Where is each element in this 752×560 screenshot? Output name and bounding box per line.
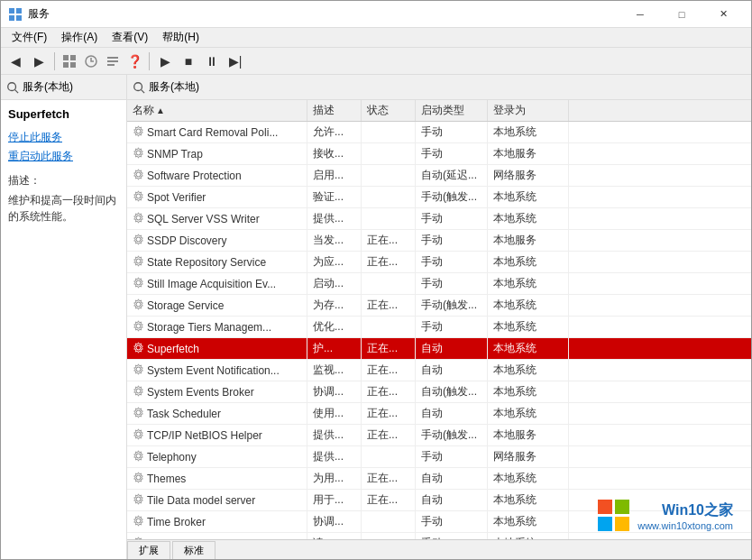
service-rows-container: Smart Card Removal Poli...允许...手动本地系统SNM…	[127, 122, 751, 539]
toolbar-forward-btn[interactable]: ▶	[28, 50, 50, 72]
col-header-startup[interactable]: 启动类型	[416, 100, 488, 121]
stop-service-link[interactable]: 停止此服务	[8, 130, 119, 145]
menu-item-action[interactable]: 操作(A)	[54, 28, 105, 47]
table-row[interactable]: SQL Server VSS Writer提供...手动本地系统	[127, 208, 751, 230]
service-desc-cell: 为用...	[307, 468, 362, 489]
service-desc-cell: 接收...	[307, 143, 362, 164]
service-name-cell: TokenBroker	[127, 533, 307, 539]
service-name-cell: SSDP Discovery	[127, 230, 307, 251]
table-row[interactable]: Spot Verifier验证...手动(触发...本地系统	[127, 187, 751, 208]
service-startup-cell: 手动	[416, 122, 488, 142]
service-name-cell: Tile Data model server	[127, 490, 307, 510]
maximize-button[interactable]: □	[661, 1, 702, 28]
sort-arrow: ▲	[156, 106, 165, 115]
service-name-cell: Storage Tiers Managem...	[127, 317, 307, 337]
toolbar-btn-2[interactable]	[81, 51, 101, 71]
table-row[interactable]: SNMP Trap接收...手动本地服务	[127, 143, 751, 165]
table-row[interactable]: TCP/IP NetBIOS Helper提供...正在...手动(触发...本…	[127, 425, 751, 446]
col-header-name[interactable]: 名称 ▲	[127, 100, 307, 121]
table-row[interactable]: Themes为用...正在...自动本地系统	[127, 468, 751, 490]
svg-point-34	[136, 519, 141, 523]
minimize-button[interactable]: ─	[619, 1, 661, 28]
table-row[interactable]: SSDP Discovery当发...正在...手动本地服务	[127, 230, 751, 252]
service-name-text: Tile Data model server	[147, 494, 255, 507]
service-status-cell	[362, 446, 416, 467]
table-row[interactable]: Still Image Acquisition Ev...启动...手动本地系统	[127, 273, 751, 295]
svg-rect-4	[63, 55, 69, 60]
toolbar-stop-btn[interactable]: ■	[178, 50, 199, 72]
service-startup-cell: 手动	[416, 317, 488, 337]
service-name-cell: Software Protection	[127, 165, 307, 186]
close-button[interactable]: ✕	[702, 1, 744, 28]
toolbar-pause-btn[interactable]: ⏸	[201, 50, 223, 72]
svg-point-23	[136, 280, 141, 285]
tab-standard[interactable]: 标准	[172, 541, 216, 559]
service-status-cell: 正在...	[362, 360, 416, 381]
toolbar-btn-4[interactable]: ❓	[124, 51, 144, 71]
toolbar-back-btn[interactable]: ◀	[5, 50, 26, 72]
service-name-text: System Event Notification...	[147, 364, 280, 377]
table-row[interactable]: Storage Tiers Managem...优化...手动本地系统	[127, 317, 751, 338]
menu-item-help[interactable]: 帮助(H)	[155, 28, 206, 47]
service-gear-icon	[133, 169, 144, 183]
service-name-cell: Task Scheduler	[127, 403, 307, 424]
toolbar-btn-1[interactable]	[60, 51, 79, 71]
toolbar-resume-btn[interactable]: ▶|	[225, 50, 246, 72]
menu-item-file[interactable]: 文件(F)	[5, 28, 54, 47]
col-header-login[interactable]: 登录为	[488, 100, 569, 121]
right-panel-title: 服务(本地)	[149, 79, 199, 95]
svg-point-30	[136, 432, 141, 436]
service-status-cell	[362, 165, 416, 186]
table-row[interactable]: TokenBroker读...手动本地系统	[127, 533, 751, 539]
service-login-cell: 本地系统	[488, 187, 569, 207]
col-header-desc[interactable]: 描述	[307, 100, 362, 121]
service-startup-cell: 手动	[416, 230, 488, 251]
table-row[interactable]: State Repository Service为应...正在...手动本地系统	[127, 252, 751, 273]
table-row[interactable]: Software Protection启用...自动(延迟...网络服务	[127, 165, 751, 187]
svg-point-16	[136, 129, 141, 133]
toolbar-btn-3[interactable]	[103, 51, 123, 71]
toolbar-play-btn[interactable]: ▶	[154, 50, 176, 72]
watermark-title: Win10之家	[637, 501, 733, 520]
service-desc-cell: 为应...	[307, 252, 362, 272]
service-login-cell: 本地服务	[488, 143, 569, 164]
service-name-text: Still Image Acquisition Ev...	[147, 278, 276, 290]
service-name-text: Telephony	[147, 451, 197, 464]
service-desc-cell: 协调...	[307, 511, 362, 532]
service-gear-icon	[133, 450, 144, 464]
service-status-cell: 正在...	[362, 490, 416, 510]
table-row[interactable]: System Events Broker协调...正在...自动(触发...本地…	[127, 381, 751, 403]
svg-rect-37	[615, 500, 629, 514]
table-row[interactable]: Telephony提供...手动网络服务	[127, 446, 751, 468]
tab-extended[interactable]: 扩展	[127, 541, 170, 559]
svg-line-15	[142, 89, 145, 93]
service-status-cell	[362, 208, 416, 229]
menu-item-view[interactable]: 查看(V)	[105, 28, 155, 47]
service-name-cell: SQL Server VSS Writer	[127, 208, 307, 229]
table-row[interactable]: Smart Card Removal Poli...允许...手动本地系统	[127, 122, 751, 143]
restart-service-link[interactable]: 重启动此服务	[8, 149, 119, 164]
services-table[interactable]: 名称 ▲ 描述 状态 启动类型 登录为	[127, 100, 751, 539]
service-status-cell: 正在...	[362, 295, 416, 316]
service-name-cell: System Events Broker	[127, 381, 307, 402]
col-header-status[interactable]: 状态	[362, 100, 416, 121]
service-desc-cell: 当发...	[307, 230, 362, 251]
service-startup-cell: 手动	[416, 143, 488, 164]
service-status-cell: 正在...	[362, 381, 416, 402]
table-row[interactable]: Task Scheduler使用...正在...自动本地系统	[127, 403, 751, 425]
table-row[interactable]: Superfetch护...正在...自动本地系统	[127, 338, 751, 360]
service-gear-icon	[133, 407, 144, 421]
svg-point-26	[136, 345, 141, 350]
svg-line-13	[15, 89, 19, 93]
table-row[interactable]: Storage Service为存...正在...手动(触发...本地系统	[127, 295, 751, 317]
service-desc-cell: 优化...	[307, 317, 362, 337]
service-startup-cell: 手动	[416, 533, 488, 539]
service-status-cell	[362, 187, 416, 207]
service-login-cell: 本地系统	[488, 490, 569, 510]
service-login-cell: 本地服务	[488, 230, 569, 251]
table-row[interactable]: System Event Notification...监视...正在...自动…	[127, 360, 751, 381]
svg-rect-38	[598, 517, 612, 531]
svg-point-29	[136, 410, 141, 415]
service-name-cell: Telephony	[127, 446, 307, 467]
service-name-cell: State Repository Service	[127, 252, 307, 272]
